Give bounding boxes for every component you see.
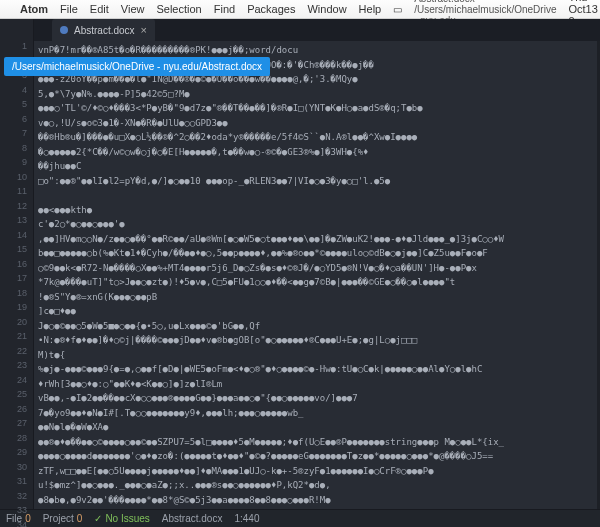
tab-label: Abstract.docx (74, 25, 135, 36)
code-line: 7●�yo9●●♦●N●I#[.T●○○●●●●●●●y9♦,●●●lh;●●●… (38, 406, 593, 421)
code-line: %●j●-●●●©●●●9{●=●,○●●f[●D●|●WE5●oFm●<♦●○… (38, 362, 593, 377)
code-line (38, 188, 593, 203)
status-cursor[interactable]: 1:440 (234, 513, 259, 524)
menu-view[interactable]: View (121, 3, 145, 15)
code-line: v●○,!U/s●o©3●1�-XN●�R�●UlU●○○GPD3●● (38, 116, 593, 131)
code-line: •N:●®♦f●♦●●]�♦○©j|����©●●●jD●●♦v●®b●gOB[… (38, 333, 593, 348)
close-icon[interactable]: × (141, 24, 147, 36)
code-line: ●●N●l●�●W●XA● (38, 420, 593, 435)
code-line: ●●●○'TL'©/♦©○♦���3<*P●yB�"9●d7z●"®��T��●… (38, 101, 593, 116)
check-icon: ✓ (94, 513, 102, 524)
code-line: ��jhu●●C (38, 159, 593, 174)
status-filename[interactable]: Abstract.docx (162, 513, 223, 524)
menu-packages[interactable]: Packages (247, 3, 295, 15)
code-line: vnP�7!mr��®A85t�o�R���������®PK!●●●j��;w… (38, 43, 593, 58)
macos-menubar: Atom File Edit View Selection Find Packa… (0, 0, 600, 19)
code-line: ]u=●●●;^'●●‰ (38, 507, 593, 509)
status-bar: File 0 Project 0 ✓ No Issues Abstract.do… (0, 509, 600, 527)
menu-find[interactable]: Find (214, 3, 235, 15)
code-line: ●●®●♦●��●●○©●●●●○●●©●●SZPU7=5●l□●●●●♦5●M… (38, 435, 593, 450)
editor-content[interactable]: vnP�7!mr��®A85t�o�R���������®PK!●●●j��;w… (34, 41, 600, 509)
line-number-gutter: 1234567891011121314151617181920212223242… (0, 19, 34, 509)
status-project[interactable]: Project 0 (43, 513, 83, 524)
code-line: �○●●●●●2{*C��/w©○w�○j�○�E[H●●●●●�,t●��w●… (38, 145, 593, 160)
code-line: ��®Hb®u�]���●�u□X●○L½��®�^2○��2♦oda*y®��… (38, 130, 593, 145)
app-menu[interactable]: Atom (20, 3, 48, 15)
menu-file[interactable]: File (60, 3, 78, 15)
modified-dot-icon (60, 26, 68, 34)
menu-edit[interactable]: Edit (90, 3, 109, 15)
code-line: vB●●,-●I●2●●��●●cX●○○●●●®●●●●G●●}●●●a●●○… (38, 391, 593, 406)
code-line: ,●●]HV●m○○N●/z●●○●��°●●R©●●/aU●®Wm[●○●W5… (38, 232, 593, 247)
code-line: ♦rWh[3●●○♦●:○"●●K♦●<K●●○]●]z●lI®Lm (38, 377, 593, 392)
code-line: b●●□●●●●●○b(%●Kt●1♦�Cyh●/��●●♦●○,5●●p●●●… (38, 246, 593, 261)
tab-bar: Abstract.docx × (34, 19, 600, 41)
menu-window[interactable]: Window (307, 3, 346, 15)
code-line: !●®S"Y●®=xnG(K●●●○●●pB (38, 290, 593, 305)
code-line: J●○●©●●○5●W●5■●○●●{●•5○,u●Lx●●●©●'bG●●,Q… (38, 319, 593, 334)
code-line: ●●●●○●●●●d●●●●●●●'○●♦●zo�:(●●●●●t●♦●●♦"●… (38, 449, 593, 464)
tab-abstract-docx[interactable]: Abstract.docx × (52, 19, 155, 41)
code-line: zTF,w□□●●E[●●○5U●●●●j●●●●●♦●●]♦●MA●●●1●U… (38, 464, 593, 479)
status-issues[interactable]: ✓ No Issues (94, 513, 149, 524)
code-line: ●8●b●,●9v2●●'���●●●●*●●8*@S©●5j3●●a●●●●8… (38, 493, 593, 508)
code-line: ]c●□♦●● (38, 304, 593, 319)
code-line: ○©9●●k<●R72-N●����○X●●%+MT4●●●●r5j6_D●○Z… (38, 261, 593, 276)
code-line: *7k@●���●uT]"t○>J●●○●zt●)!♦5●v●,C□5●FU●1… (38, 275, 593, 290)
path-tooltip: /Users/michaelmusick/OneDrive - nyu.edu/… (4, 57, 270, 76)
code-line: u!$●mz^]●●○●●●._●●●○●aZ●;;x..●●●®s●●○●●●… (38, 478, 593, 493)
code-line: M)t●{ (38, 348, 593, 363)
status-file[interactable]: File 0 (6, 513, 31, 524)
menu-help[interactable]: Help (359, 3, 382, 15)
code-line: □o":●●®"●●lI●l2=pY�d,●/]●○●●10 ●●●op-_●R… (38, 174, 593, 189)
document-icon: ▭ (393, 4, 402, 15)
code-line: 5,●*\7y●N%.●●●●-P]5●42©5□?M● (38, 87, 593, 102)
menu-selection[interactable]: Selection (156, 3, 201, 15)
code-line: ●●<●●●kth● (38, 203, 593, 218)
code-line: c'●2○*●○●●○●●●'● (38, 217, 593, 232)
